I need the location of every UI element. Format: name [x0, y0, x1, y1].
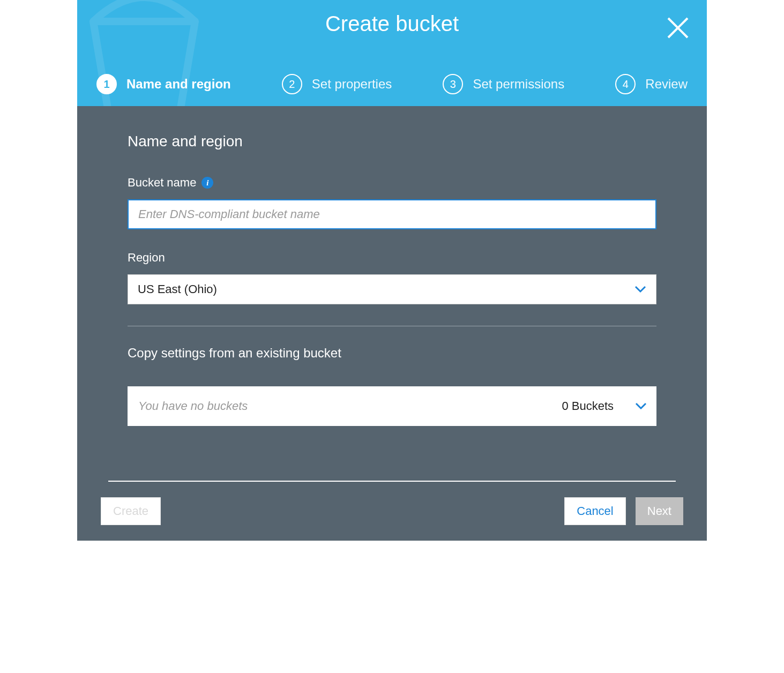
close-button[interactable] — [665, 15, 691, 41]
modal-header: Create bucket 1 Name and region 2 Set pr… — [77, 0, 707, 106]
wizard-steps: 1 Name and region 2 Set properties 3 Set… — [96, 74, 688, 94]
modal-footer: Create Cancel Next — [77, 482, 707, 541]
wizard-step-number: 3 — [443, 74, 463, 94]
wizard-step-label: Set permissions — [473, 77, 564, 92]
wizard-step-review[interactable]: 4 Review — [615, 74, 688, 94]
footer-right-group: Cancel Next — [564, 497, 683, 525]
region-label: Region — [128, 251, 656, 265]
wizard-step-label: Set properties — [312, 77, 392, 92]
chevron-down-icon — [635, 402, 647, 410]
copy-settings-count: 0 Buckets — [562, 399, 614, 413]
bucket-name-field: Bucket name i — [128, 176, 656, 229]
divider — [128, 326, 656, 326]
info-icon[interactable]: i — [201, 177, 213, 189]
modal-body: Name and region Bucket name i Region US … — [77, 106, 707, 481]
create-bucket-modal: Create bucket 1 Name and region 2 Set pr… — [77, 0, 707, 541]
cancel-button[interactable]: Cancel — [564, 497, 625, 525]
wizard-step-name-and-region[interactable]: 1 Name and region — [96, 74, 231, 94]
wizard-step-label: Name and region — [126, 77, 231, 92]
region-select[interactable]: US East (Ohio) — [128, 274, 656, 304]
bucket-name-input[interactable] — [128, 199, 656, 229]
wizard-step-number: 4 — [615, 74, 636, 94]
region-field: Region US East (Ohio) — [128, 251, 656, 304]
wizard-step-set-properties[interactable]: 2 Set properties — [282, 74, 392, 94]
next-button[interactable]: Next — [636, 497, 683, 525]
modal-title: Create bucket — [77, 12, 707, 36]
close-icon — [665, 15, 691, 41]
wizard-step-number: 1 — [96, 74, 117, 94]
chevron-down-icon — [634, 286, 646, 293]
copy-settings-select[interactable]: You have no buckets 0 Buckets — [128, 386, 656, 426]
wizard-step-label: Review — [645, 77, 688, 92]
bucket-name-label: Bucket name — [128, 176, 196, 190]
wizard-step-number: 2 — [282, 74, 302, 94]
wizard-step-set-permissions[interactable]: 3 Set permissions — [443, 74, 564, 94]
copy-settings-placeholder: You have no buckets — [138, 399, 248, 413]
bucket-name-label-row: Bucket name i — [128, 176, 656, 190]
section-title: Name and region — [128, 133, 656, 150]
copy-settings-label: Copy settings from an existing bucket — [128, 346, 656, 361]
create-button[interactable]: Create — [101, 497, 161, 525]
region-selected-value: US East (Ohio) — [138, 282, 217, 296]
